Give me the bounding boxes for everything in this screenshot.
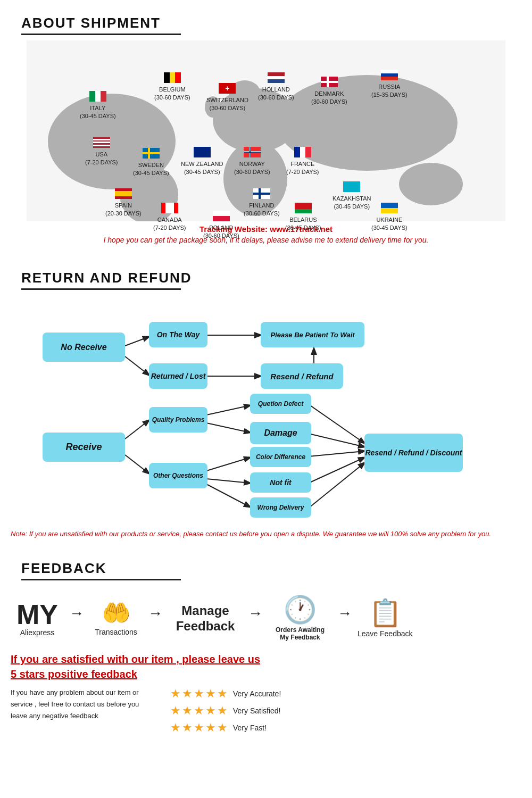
shipment-section: ABOUT SHIPMENT — [0, 0, 532, 255]
box-color-difference: Color Difference — [250, 447, 311, 467]
flow-container: No Receive On The Way Please Be Patient … — [27, 295, 505, 524]
feedback-flow: MY Aliexpress → 🤲 Transactions → ManageF… — [11, 596, 521, 641]
stars-right: ★★★★★ Very Accurate! ★★★★★ Very Satisfie… — [170, 687, 281, 735]
svg-line-21 — [309, 404, 364, 443]
flag-belarus — [295, 203, 312, 213]
satisfied-title: If you are satisfied with our item , ple… — [11, 652, 521, 681]
svg-line-19 — [206, 479, 250, 483]
box-quetion-defect: Quetion Defect — [250, 394, 311, 414]
feedback-title: FEEDBACK — [11, 551, 521, 579]
svg-line-23 — [309, 451, 364, 456]
flag-switzerland: + — [219, 83, 236, 94]
shipment-divider — [21, 34, 181, 35]
flag-canada — [161, 203, 178, 213]
box-not-fit: Not fit — [250, 472, 311, 493]
box-resend-refund: Resend / Refund — [261, 363, 343, 389]
svg-line-16 — [206, 405, 250, 415]
svg-line-24 — [309, 458, 364, 483]
box-damage: Damage — [250, 422, 311, 444]
flag-finland — [253, 188, 270, 199]
box-other-questions: Other Questions — [149, 463, 207, 488]
svg-line-18 — [206, 458, 250, 471]
country-finland: FINLAND (30-60 DAYS) — [244, 188, 280, 217]
star-row-2: ★★★★★ Very Satisfied! — [170, 704, 281, 718]
svg-line-15 — [125, 455, 149, 473]
flag-ukraine — [381, 203, 398, 213]
country-switzerland: + SWITZERLAND (30-60 DAYS) — [206, 83, 248, 112]
fb-clock-icon: 🕐 — [284, 596, 317, 623]
country-russia: RUSSIA (15-35 DAYS) — [371, 70, 408, 98]
box-returned-lost: Returned / Lost — [149, 363, 207, 389]
box-quality-problems: Quality Problems — [149, 407, 207, 433]
stars-2: ★★★★★ — [170, 704, 229, 718]
country-ukraine: UKRAINE (30-45 DAYS) — [371, 203, 408, 231]
fb-my-text: MY — [16, 601, 58, 628]
fb-arrow-4: → — [337, 605, 352, 622]
flag-usa — [93, 137, 110, 148]
stars-3: ★★★★★ — [170, 721, 229, 735]
svg-line-20 — [206, 484, 250, 507]
country-newzealand: NEW ZEALAND (30-45 DAYS) — [181, 147, 223, 176]
fb-aliexpress-label: Aliexpress — [20, 628, 55, 637]
feedback-section: FEEDBACK MY Aliexpress → 🤲 Transactions … — [0, 545, 532, 740]
country-sweden: SWEDEN (30-45 DAYS) — [133, 148, 169, 177]
flag-denmark — [321, 77, 338, 87]
fb-step-manage: ManageFeedback — [168, 603, 243, 634]
fb-step-transactions: 🤲 Transactions — [89, 601, 143, 636]
flag-sweden — [143, 148, 160, 159]
flag-france — [294, 147, 311, 157]
flag-norway — [244, 147, 261, 157]
star-row-1: ★★★★★ Very Accurate! — [170, 687, 281, 701]
refund-title: RETURN AND REFUND — [11, 260, 521, 288]
shipment-title: ABOUT SHIPMENT — [11, 5, 521, 34]
stars-1: ★★★★★ — [170, 687, 229, 701]
star-row-3: ★★★★★ Very Fast! — [170, 721, 281, 735]
box-resend-refund-discount: Resend / Refund / Discount — [364, 434, 463, 472]
flag-kazakhstan — [343, 181, 360, 192]
star-label-1: Very Accurate! — [233, 689, 281, 698]
country-france: FRANCE (7-20 DAYS) — [286, 147, 319, 176]
flag-italy — [89, 91, 106, 102]
country-poland: POLAND (30-60 DAYS) — [203, 211, 239, 239]
fb-step-leave: 📋 Leave Feedback — [358, 600, 413, 638]
svg-line-22 — [309, 434, 364, 447]
fb-transactions-icon: 🤲 — [102, 601, 131, 625]
country-norway: NORWAY (30-60 DAYS) — [234, 147, 270, 176]
svg-point-9 — [437, 112, 456, 144]
flag-holland — [268, 72, 285, 83]
country-italy: ITALY (30-45 DAYS) — [80, 91, 116, 120]
flag-russia — [381, 70, 398, 80]
star-label-2: Very Satisfied! — [233, 706, 281, 715]
country-belarus: BELARUS (30-45 DAYS) — [285, 203, 321, 231]
svg-line-10 — [125, 337, 149, 346]
box-please-wait: Please Be Patient To Wait — [261, 322, 364, 347]
svg-point-6 — [399, 163, 463, 205]
country-usa: USA (7-20 DAYS) — [85, 137, 118, 166]
country-kazakhstan: KAZAKHSTAN (30-45 DAYS) — [332, 181, 371, 210]
svg-line-14 — [125, 420, 149, 439]
refund-divider — [21, 288, 181, 290]
box-wrong-delivery: Wrong Delivery — [250, 497, 311, 518]
box-no-receive: No Receive — [43, 332, 125, 362]
country-spain: SPAIN (20-30 DAYS) — [105, 188, 142, 217]
fb-arrow-2: → — [148, 605, 163, 622]
box-receive: Receive — [43, 433, 125, 462]
country-belgium: BELGIUM (30-60 DAYS) — [154, 72, 190, 101]
star-label-3: Very Fast! — [233, 724, 267, 732]
fb-leave-label: Leave Feedback — [358, 629, 413, 638]
svg-line-17 — [206, 423, 250, 433]
hope-text: I hope you can get the package soon, if … — [11, 236, 521, 244]
box-on-the-way: On The Way — [149, 322, 207, 347]
bottom-row: If you have any problem about our item o… — [11, 687, 521, 735]
country-holland: HOLLAND (30-60 DAYS) — [258, 72, 294, 101]
fb-step-orders: 🕐 Orders AwaitingMy Feedback — [268, 596, 332, 641]
fb-transactions-label: Transactions — [95, 628, 137, 636]
tracking-website: Tracking Website: www.17track.net — [11, 225, 521, 234]
country-denmark: DENMARK (30-60 DAYS) — [311, 77, 347, 105]
refund-section: RETURN AND REFUND — [0, 255, 532, 545]
svg-line-11 — [125, 356, 149, 375]
flag-newzealand — [194, 147, 211, 157]
fb-arrow-3: → — [248, 605, 263, 622]
bottom-left-text: If you have any problem about our item o… — [11, 687, 149, 722]
feedback-divider — [21, 579, 181, 580]
